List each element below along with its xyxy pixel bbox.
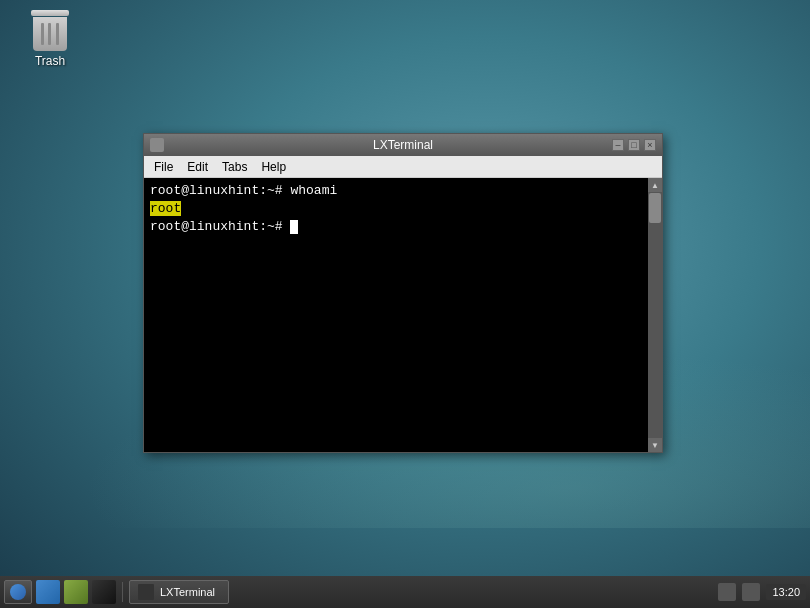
trash-bin-graphic (32, 10, 68, 50)
task-terminal-label: LXTerminal (160, 586, 215, 598)
minimize-button[interactable]: – (612, 139, 624, 151)
trash-line-1 (41, 23, 44, 45)
terminal-line-3: root@linuxhint:~# (150, 218, 642, 236)
trash-label: Trash (35, 54, 65, 68)
taskbar-right: 13:20 (718, 583, 806, 601)
scroll-up-button[interactable]: ▲ (648, 178, 662, 192)
task-terminal-icon (138, 584, 154, 600)
terminal-scrollbar[interactable]: ▲ ▼ (648, 178, 662, 452)
terminal-cursor (290, 220, 298, 234)
terminal-title-icon (150, 138, 164, 152)
title-bar-left (150, 138, 170, 152)
sys-tray-icon-2[interactable] (742, 583, 760, 601)
terminal-line-2: root (150, 200, 642, 218)
trash-line-2 (48, 23, 51, 45)
sys-tray-icon-1[interactable] (718, 583, 736, 601)
taskbar-files-icon[interactable] (64, 580, 88, 604)
title-bar[interactable]: LXTerminal – □ × (144, 134, 662, 156)
terminal-line-1: root@linuxhint:~# whoami (150, 182, 642, 200)
terminal-content[interactable]: root@linuxhint:~# whoami root root@linux… (144, 178, 662, 452)
scroll-thumb[interactable] (649, 193, 661, 223)
taskbar-lxterminal-task[interactable]: LXTerminal (129, 580, 229, 604)
taskbar-terminal-icon[interactable] (92, 580, 116, 604)
scroll-track[interactable] (648, 192, 662, 438)
taskbar-network-icon[interactable] (36, 580, 60, 604)
start-icon (10, 584, 26, 600)
desktop: Trash LXTerminal – □ × File Edit Tabs He… (0, 0, 810, 608)
taskbar: LXTerminal 13:20 (0, 576, 810, 608)
trash-lid (31, 10, 69, 16)
trash-line-3 (56, 23, 59, 45)
close-button[interactable]: × (644, 139, 656, 151)
highlighted-root: root (150, 201, 181, 216)
menu-bar: File Edit Tabs Help (144, 156, 662, 178)
scroll-down-button[interactable]: ▼ (648, 438, 662, 452)
start-button[interactable] (4, 580, 32, 604)
terminal-text-area[interactable]: root@linuxhint:~# whoami root root@linux… (144, 178, 648, 452)
trash-icon[interactable]: Trash (20, 10, 80, 68)
menu-help[interactable]: Help (255, 158, 292, 176)
window-title: LXTerminal (373, 138, 433, 152)
system-clock: 13:20 (766, 584, 806, 600)
taskbar-separator (122, 582, 123, 602)
menu-tabs[interactable]: Tabs (216, 158, 253, 176)
trash-body (33, 17, 67, 51)
menu-edit[interactable]: Edit (181, 158, 214, 176)
window-controls: – □ × (612, 139, 656, 151)
maximize-button[interactable]: □ (628, 139, 640, 151)
menu-file[interactable]: File (148, 158, 179, 176)
terminal-window: LXTerminal – □ × File Edit Tabs Help roo… (143, 133, 663, 453)
